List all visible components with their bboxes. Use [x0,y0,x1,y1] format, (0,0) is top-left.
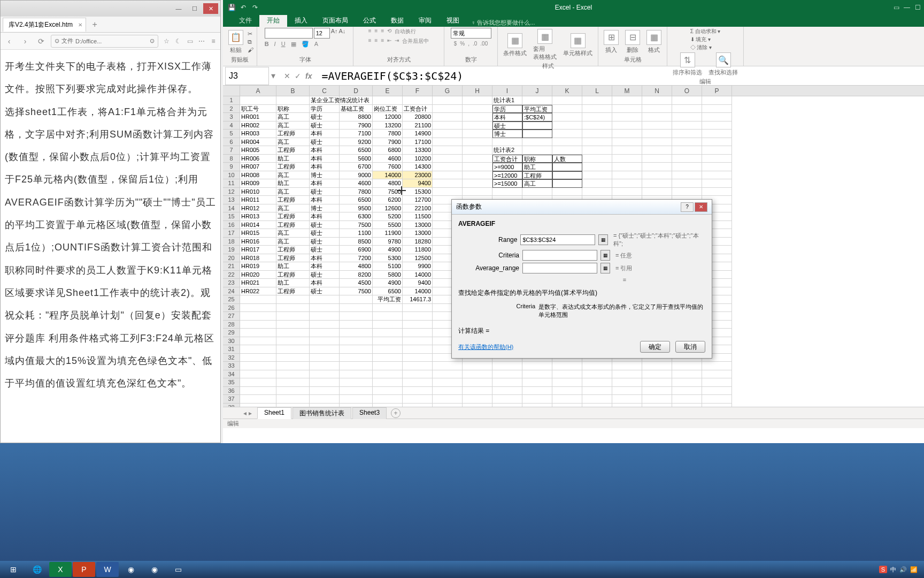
cell[interactable] [240,362,276,370]
cell[interactable]: 5100 [373,262,403,271]
cell[interactable] [612,96,642,105]
cell[interactable] [240,395,276,404]
column-header[interactable]: K [552,86,582,96]
cell[interactable] [403,362,433,370]
cell[interactable]: 职称 [276,105,310,113]
range-ref-button[interactable]: ▦ [598,234,608,245]
cell[interactable] [582,404,612,407]
cell[interactable] [463,362,492,370]
cell[interactable]: HR020 [240,271,276,279]
cell[interactable] [522,121,552,130]
clear-button[interactable]: ◇ 清除 ▾ [690,44,712,51]
cell[interactable] [582,171,612,180]
ribbon-tab-审阅[interactable]: 审阅 [411,14,439,27]
cell[interactable]: 工程师 [276,221,310,230]
cell[interactable] [403,370,433,379]
cell[interactable] [612,146,642,155]
row-header[interactable]: 5 [223,130,240,138]
cell[interactable] [310,404,340,407]
row-header[interactable]: 11 [223,179,240,188]
cell[interactable]: 7500 [340,221,373,230]
cell[interactable] [463,121,492,130]
row-header[interactable]: 24 [223,287,240,296]
dialog-help-button[interactable]: ? [681,202,694,212]
cell[interactable] [702,370,732,379]
cell[interactable]: 职称 [522,155,552,163]
cell[interactable] [240,295,276,304]
cell[interactable] [702,387,732,396]
tray-icon[interactable]: 📶 [910,566,918,573]
cell[interactable] [672,113,702,121]
wrap-button[interactable]: 自动换行 [395,28,416,35]
cell[interactable]: 6500 [373,287,403,296]
ime-text[interactable]: 中 [890,566,896,574]
cell[interactable]: 人数 [552,155,582,163]
row-header[interactable]: 25 [223,295,240,304]
merge-button[interactable]: 合并后居中 [402,37,429,45]
cell[interactable]: 1100 [340,229,373,238]
cell[interactable] [612,138,642,147]
cell-style-button[interactable]: ▦单元格样式 [561,32,595,58]
row-header[interactable]: 35 [223,378,240,387]
cell[interactable] [582,96,612,105]
cell[interactable]: HR014 [240,221,276,230]
cell[interactable]: HR010 [240,188,276,196]
maximize-icon[interactable]: ☐ [913,3,922,12]
cell[interactable]: 硕士 [310,138,340,147]
cell[interactable]: 10200 [403,155,433,163]
cell[interactable] [582,113,612,121]
cell[interactable] [642,113,672,121]
dialog-close-button[interactable]: ✕ [695,202,707,212]
cell[interactable]: HR003 [240,130,276,138]
save-icon[interactable]: 💾 [227,3,236,12]
minimize-button[interactable]: — [171,3,186,14]
cell[interactable]: 硕士 [310,271,340,279]
cell[interactable] [672,404,702,407]
cell[interactable]: 6500 [340,146,373,155]
autosum-button[interactable]: Σ 自动求和 ▾ [690,28,721,35]
cell[interactable] [373,354,403,362]
fx-icon[interactable]: fx [305,72,312,80]
cell[interactable]: 6200 [373,196,403,204]
cell[interactable]: 统计表2 [492,146,522,155]
confirm-formula-icon[interactable]: ✓ [295,72,301,80]
cell[interactable]: 18280 [403,238,433,246]
cell[interactable]: 博士 [492,130,522,138]
cell[interactable]: HR008 [240,171,276,180]
delete-button[interactable]: ⊟删除 [623,29,642,55]
format-button[interactable]: ▦格式 [644,29,664,55]
cell[interactable] [522,387,552,396]
cell[interactable]: 7200 [340,254,373,263]
cell[interactable] [340,370,373,379]
cell[interactable]: 某企业工资情况统计表 [310,96,340,105]
cell[interactable] [373,362,403,370]
cell[interactable] [672,163,702,171]
cell[interactable]: 5600 [340,155,373,163]
cell[interactable]: 硕士 [310,238,340,246]
font-size-select[interactable] [314,28,330,39]
cell[interactable] [642,155,672,163]
cell[interactable]: 7100 [340,130,373,138]
cell[interactable]: 高工 [276,121,310,130]
forward-button[interactable]: › [19,35,32,48]
cell[interactable]: >=12000 [492,171,522,180]
cell[interactable] [340,96,373,105]
cell[interactable]: 23000 [403,171,433,180]
row-header[interactable]: 37 [223,395,240,404]
cell[interactable] [522,96,552,105]
cell[interactable] [672,378,702,387]
cell[interactable] [582,395,612,404]
add-sheet-button[interactable]: + [391,408,401,418]
cell[interactable]: 本科 [310,146,340,155]
sheet-tab[interactable]: Sheet3 [352,407,387,419]
ribbon-tab-开始[interactable]: 开始 [259,14,287,27]
cell[interactable]: 7800 [340,188,373,196]
cell[interactable]: 高工 [276,188,310,196]
cell[interactable]: 7500 [373,188,403,196]
cell[interactable] [672,370,702,379]
cell[interactable]: 本科 [310,179,340,188]
cell[interactable] [240,378,276,387]
redo-icon[interactable]: ↷ [251,3,259,12]
cell[interactable]: HR009 [240,179,276,188]
row-header[interactable]: 31 [223,345,240,354]
